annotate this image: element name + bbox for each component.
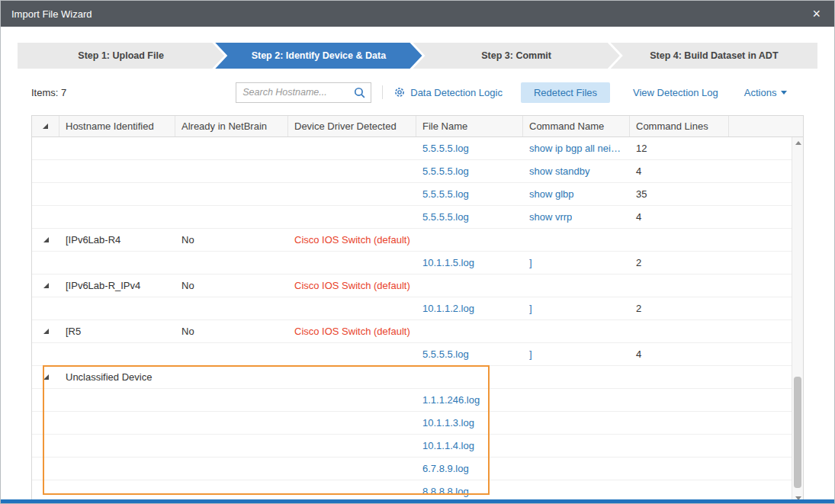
step-tab-build-dataset-adt[interactable]: Step 4: Build Dataset in ADT: [611, 43, 817, 69]
command-name-link[interactable]: show glbp: [529, 188, 574, 200]
file-row[interactable]: 1.1.1.246.log: [32, 389, 803, 412]
hostname-cell: [IPv6Lab-R_IPv4: [59, 274, 175, 297]
file-row[interactable]: 5.5.5.5.logshow standby4: [32, 160, 803, 183]
command-lines-cell: 4: [630, 343, 729, 365]
column-header-command-lines[interactable]: Command Lines: [630, 116, 729, 136]
command-name-link[interactable]: show standby: [529, 165, 590, 177]
vertical-scrollbar[interactable]: [792, 137, 803, 504]
already-in-netbrain-cell: No: [175, 320, 288, 342]
command-lines-cell: [630, 435, 729, 457]
command-name-cell: [523, 457, 630, 480]
already-in-netbrain-cell: [175, 183, 288, 205]
command-name-cell: [523, 229, 630, 251]
hostname-cell: Unclassified Device: [59, 366, 175, 388]
file-name-link[interactable]: 5.5.5.5.log: [422, 188, 469, 200]
column-header-command-name[interactable]: Command Name: [523, 116, 630, 136]
close-button[interactable]: ×: [809, 5, 824, 22]
step-tab-upload-file[interactable]: Step 1: Upload File: [18, 43, 224, 69]
file-row[interactable]: 5.5.5.5.logshow ip bgp all neigh…12: [32, 137, 803, 160]
collapse-triangle-icon[interactable]: [43, 329, 49, 334]
device-driver-cell: [288, 252, 416, 274]
row-toggle-cell[interactable]: [32, 274, 59, 297]
device-driver-cell: [288, 343, 416, 365]
scrollbar-thumb[interactable]: [794, 377, 801, 488]
file-name-link[interactable]: 5.5.5.5.log: [422, 348, 469, 360]
command-lines-cell: [630, 229, 729, 251]
file-name-link[interactable]: 10.1.1.5.log: [422, 257, 474, 268]
file-name-link[interactable]: 5.5.5.5.log: [422, 211, 469, 223]
file-row[interactable]: 5.5.5.5.logshow vrrp4: [32, 206, 803, 229]
toolbar-divider: [382, 85, 383, 99]
search-input[interactable]: [242, 87, 353, 98]
already-in-netbrain-cell: [175, 412, 288, 434]
search-box: [236, 82, 371, 103]
file-name-link[interactable]: 8.8.8.8.log: [422, 486, 469, 497]
command-name-link[interactable]: show vrrp: [529, 211, 572, 223]
device-driver-cell: Cisco IOS Switch (default): [288, 229, 416, 251]
already-in-netbrain-cell: No: [175, 229, 288, 251]
device-driver-cell: Cisco IOS Switch (default): [288, 274, 416, 297]
file-name-link[interactable]: 5.5.5.5.log: [422, 165, 469, 177]
device-group-row[interactable]: [IPv6Lab-R_IPv4NoCisco IOS Switch (defau…: [32, 274, 803, 297]
row-toggle-cell[interactable]: [32, 229, 59, 251]
collapse-triangle-icon[interactable]: [43, 374, 49, 380]
command-lines-cell: [630, 389, 729, 411]
chevron-down-icon: [781, 91, 787, 95]
file-name-cell: 5.5.5.5.log: [416, 137, 523, 159]
command-name-link[interactable]: ]: [529, 348, 532, 360]
already-in-netbrain-cell: [175, 206, 288, 228]
step-tab-commit[interactable]: Step 3: Commit: [413, 43, 620, 69]
row-toggle-cell[interactable]: [32, 366, 59, 388]
column-header-hostname-identified[interactable]: Hostname Identified: [59, 116, 175, 136]
file-name-link[interactable]: 1.1.1.246.log: [422, 394, 480, 406]
actions-dropdown[interactable]: Actions: [744, 87, 788, 98]
row-toggle-cell: [32, 389, 59, 411]
file-name-link[interactable]: 6.7.8.9.log: [422, 463, 469, 474]
row-toggle-cell: [32, 206, 59, 228]
command-name-link[interactable]: show ip bgp all neigh…: [529, 143, 625, 154]
close-icon: ×: [812, 6, 821, 21]
file-row[interactable]: 5.5.5.5.log]4: [32, 343, 803, 366]
hostname-cell: [59, 160, 175, 182]
column-header-device-driver-detected[interactable]: Device Driver Detected: [288, 116, 416, 136]
collapse-triangle-icon[interactable]: [43, 283, 49, 288]
hostname-cell: [59, 457, 175, 480]
command-name-cell: ]: [523, 343, 630, 365]
file-name-cell: 5.5.5.5.log: [416, 343, 523, 365]
collapse-all-header-cell[interactable]: [32, 116, 59, 136]
file-name-link[interactable]: 5.5.5.5.log: [422, 143, 469, 154]
step-label: Step 4: Build Dataset in ADT: [650, 50, 778, 61]
file-name-link[interactable]: 10.1.1.3.log: [422, 417, 474, 429]
collapse-triangle-icon[interactable]: [43, 237, 49, 242]
search-icon[interactable]: [353, 86, 366, 99]
device-group-row[interactable]: [R5NoCisco IOS Switch (default): [32, 320, 803, 343]
file-row[interactable]: 10.1.1.5.log]2: [32, 252, 803, 274]
scroll-up-button[interactable]: [792, 137, 804, 149]
device-group-row[interactable]: [IPv6Lab-R4NoCisco IOS Switch (default): [32, 229, 803, 252]
hostname-cell: [59, 412, 175, 434]
file-name-link[interactable]: 10.1.1.4.log: [422, 440, 474, 451]
device-group-row[interactable]: Unclassified Device: [32, 366, 803, 389]
file-row[interactable]: 5.5.5.5.logshow glbp35: [32, 183, 803, 206]
command-name-link[interactable]: ]: [529, 303, 532, 314]
already-in-netbrain-cell: [175, 252, 288, 274]
command-lines-cell: 12: [630, 137, 729, 159]
hostname-cell: [59, 206, 175, 228]
file-row[interactable]: 10.1.1.3.log: [32, 412, 803, 435]
data-detection-logic-link[interactable]: Data Detection Logic: [393, 86, 503, 98]
view-detection-log-link[interactable]: View Detection Log: [633, 87, 718, 98]
command-name-link[interactable]: ]: [529, 257, 532, 268]
file-row[interactable]: 6.7.8.9.log: [32, 457, 803, 480]
file-row[interactable]: 10.1.1.2.log]2: [32, 297, 803, 320]
row-toggle-cell: [32, 412, 59, 434]
column-header-already-in-netbrain[interactable]: Already in NetBrain: [175, 116, 288, 136]
file-row[interactable]: 10.1.1.4.log: [32, 435, 803, 457]
redetect-files-button[interactable]: Redetect Files: [521, 82, 610, 103]
step-tab-identify-device-data[interactable]: Step 2: Identify Device & Data: [215, 43, 422, 69]
file-name-cell: [416, 274, 523, 297]
hostname-cell: [59, 343, 175, 365]
row-toggle-cell[interactable]: [32, 320, 59, 342]
column-header-file-name[interactable]: File Name: [416, 116, 523, 136]
command-lines-cell: 4: [630, 206, 729, 228]
file-name-link[interactable]: 10.1.1.2.log: [422, 303, 474, 314]
